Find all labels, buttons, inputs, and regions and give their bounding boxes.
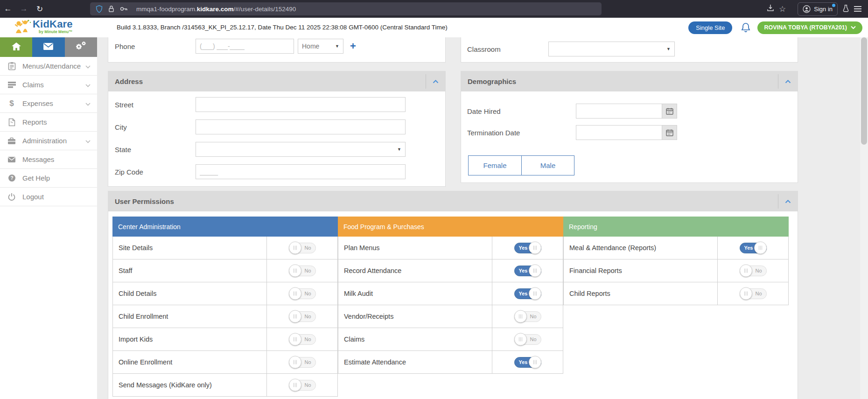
permissions-table: Center AdministrationSite DetailsNoStaff… (112, 217, 789, 397)
toggle-knob[interactable] (529, 287, 541, 300)
toggle-site-details[interactable]: No (289, 243, 316, 253)
save-page-icon[interactable] (766, 4, 775, 14)
collapse-demographics-button[interactable] (778, 74, 798, 89)
toggle-financial-reports[interactable]: No (740, 266, 767, 276)
toggle-knob[interactable] (289, 333, 301, 346)
sidebar-item-get-help[interactable]: ?Get Help (0, 169, 97, 188)
permission-toggle-cell: Yes (492, 237, 563, 259)
sidebar-item-label: Logout (22, 193, 91, 201)
sidebar-item-label: Administration (22, 137, 85, 145)
sidebar-item-messages[interactable]: Messages (0, 150, 97, 169)
toggle-knob[interactable] (289, 287, 301, 300)
toggle-knob[interactable] (529, 265, 541, 277)
gear-icon (75, 41, 87, 54)
phone-input[interactable] (196, 39, 294, 54)
termination-date-input[interactable] (576, 125, 662, 140)
power-icon (7, 193, 17, 201)
date-hired-calendar-button[interactable] (662, 104, 677, 119)
toggle-knob[interactable] (514, 310, 527, 323)
address-bar[interactable]: mmqa1-foodprogram.kidkare.com/#/user-det… (90, 2, 602, 15)
toggle-vendor-receipts[interactable]: No (514, 311, 541, 322)
kidkare-logo[interactable]: KidKare by Minute Menu™ (14, 19, 73, 37)
calendar-icon (666, 129, 673, 136)
toggle-knob[interactable] (289, 356, 301, 369)
permission-group-header: Reporting (563, 217, 789, 237)
toggle-knob[interactable] (289, 310, 301, 323)
city-input[interactable] (196, 119, 406, 134)
sidebar-item-expenses[interactable]: $Expenses (0, 94, 97, 113)
toggle-child-details[interactable]: No (289, 288, 316, 299)
toggle-knob[interactable] (529, 242, 541, 254)
toggle-estimate-attendance[interactable]: Yes (514, 357, 541, 368)
add-phone-button[interactable]: + (350, 41, 356, 51)
toggle-record-attendance[interactable]: Yes (514, 266, 541, 276)
key-icon[interactable] (120, 6, 128, 12)
sidebar: Menus/AttendanceClaims$ExpensesReportsAd… (0, 37, 97, 399)
toggle-knob[interactable] (289, 265, 301, 277)
collapse-permissions-button[interactable] (778, 194, 798, 209)
permission-label: Staff (113, 259, 267, 282)
toggle-staff[interactable]: No (289, 266, 316, 276)
home-icon (11, 42, 21, 53)
back-icon[interactable]: ← (0, 4, 16, 14)
toggle-claims[interactable]: No (514, 334, 541, 345)
tab-settings[interactable] (65, 37, 97, 57)
permission-row: ClaimsNo (338, 328, 563, 351)
tab-messages[interactable] (32, 37, 64, 57)
sidebar-item-administration[interactable]: Administration (0, 132, 97, 150)
toggle-knob[interactable] (514, 333, 527, 346)
menu-icon[interactable] (854, 6, 861, 12)
phone-label: Phone (115, 42, 196, 50)
toggle-milk-audit[interactable]: Yes (514, 288, 541, 299)
extension-icon[interactable] (842, 4, 849, 14)
zip-input[interactable] (196, 164, 406, 179)
permission-label: Child Enrollment (113, 305, 267, 328)
toggle-knob[interactable] (529, 356, 541, 369)
logo-subtitle: by Minute Menu™ (33, 30, 73, 34)
collapse-address-button[interactable] (426, 74, 445, 89)
phone-type-select[interactable]: Home▼ (298, 39, 343, 54)
notifications-bell-icon[interactable] (741, 22, 751, 33)
single-site-button[interactable]: Single Site (688, 21, 732, 34)
toggle-knob[interactable] (289, 242, 301, 254)
termination-date-calendar-button[interactable] (662, 125, 677, 140)
forward-icon[interactable]: → (16, 4, 32, 14)
toggle-knob[interactable] (754, 242, 767, 254)
toggle-child-enrollment[interactable]: No (289, 311, 316, 322)
classroom-select[interactable]: ▼ (548, 42, 675, 56)
chevron-down-icon (85, 62, 91, 70)
street-label: Street (115, 101, 196, 109)
toggle-meal-attendance-reports[interactable]: Yes (740, 243, 767, 253)
toggle-knob[interactable] (740, 265, 752, 277)
scrollbar-thumb[interactable] (861, 37, 867, 145)
male-button[interactable]: Male (521, 156, 574, 175)
kidkare-figures-icon (14, 19, 32, 37)
state-select[interactable]: ▼ (196, 142, 406, 157)
sidebar-item-reports[interactable]: Reports (0, 113, 97, 132)
chevron-up-icon (785, 200, 791, 203)
vertical-scrollbar[interactable] (860, 37, 868, 399)
female-button[interactable]: Female (469, 156, 521, 175)
toggle-import-kids[interactable]: No (289, 334, 316, 345)
toggle-knob[interactable] (740, 287, 752, 300)
reload-icon[interactable]: ↻ (32, 4, 48, 14)
toggle-knob[interactable] (289, 379, 301, 392)
sidebar-item-logout[interactable]: Logout (0, 188, 97, 206)
user-menu-button[interactable]: ROVINA TOBYA (RTOBYA201) (757, 21, 862, 34)
classroom-label: Classroom (467, 45, 548, 53)
tab-home[interactable] (0, 37, 32, 57)
lock-icon[interactable] (108, 5, 114, 13)
toggle-send-messages-kidkare-only[interactable]: No (289, 380, 316, 391)
sidebar-item-claims[interactable]: Claims (0, 76, 97, 94)
date-hired-input[interactable] (576, 104, 662, 119)
browser-signin-button[interactable]: Sign in (798, 2, 838, 16)
sidebar-item-menus-attendance[interactable]: Menus/Attendance (0, 57, 97, 76)
toggle-plan-menus[interactable]: Yes (514, 243, 541, 253)
permission-toggle-cell: No (267, 351, 338, 374)
permission-label: Plan Menus (338, 237, 492, 259)
toggle-child-reports[interactable]: No (740, 288, 767, 299)
shield-icon[interactable] (96, 5, 103, 13)
bookmark-star-icon[interactable]: ☆ (779, 4, 786, 14)
street-input[interactable] (196, 97, 406, 112)
toggle-online-enrollment[interactable]: No (289, 357, 316, 368)
